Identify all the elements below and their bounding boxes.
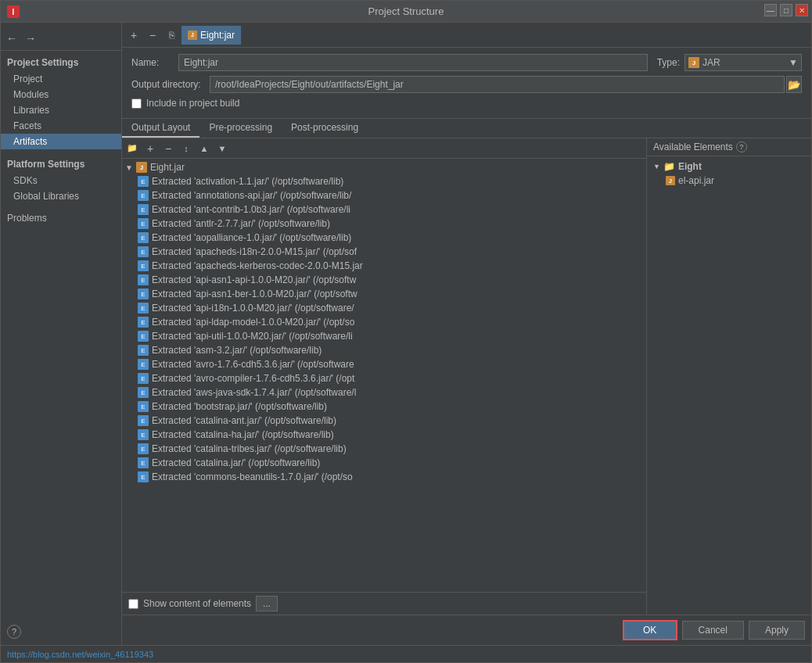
extracted-icon: E xyxy=(138,345,149,356)
tree-item[interactable]: E Extracted 'commons-beanutils-1.7.0.jar… xyxy=(122,470,646,484)
tree-item[interactable]: E Extracted 'activation-1.1.jar/' (/opt/… xyxy=(122,174,646,188)
tree-item[interactable]: E Extracted 'ant-contrib-1.0b3.jar/' (/o… xyxy=(122,202,646,217)
sidebar-nav-top: ← → xyxy=(1,26,121,51)
tree-item[interactable]: E Extracted 'antlr-2.7.7.jar/' (/opt/sof… xyxy=(122,217,646,231)
root-item-label: Eight.jar xyxy=(150,162,185,173)
remove-artifact-button[interactable]: − xyxy=(144,27,161,43)
tree-item-label: Extracted 'avro-compiler-1.7.6-cdh5.3.6.… xyxy=(152,373,354,384)
selected-artifact[interactable]: J Eight:jar xyxy=(181,26,241,45)
content-area: + − ⎘ J Eight:jar Name: Type: J JAR ▼ xyxy=(122,23,811,645)
sidebar-item-facets[interactable]: Facets xyxy=(1,118,121,134)
jar-icon-small: J xyxy=(188,30,197,40)
type-select[interactable]: J JAR ▼ xyxy=(684,54,802,71)
project-structure-window: I Project Structure ― □ ✕ ← → Project Se… xyxy=(0,0,812,663)
split-content: 📁 + − ↕ ▲ ▼ ▼ J Eight.jar xyxy=(122,138,811,615)
selected-artifact-label: Eight:jar xyxy=(200,30,235,41)
restore-button[interactable]: □ xyxy=(780,4,792,16)
extracted-icon: E xyxy=(138,274,149,285)
remove-element-button[interactable]: − xyxy=(160,141,177,156)
close-button[interactable]: ✕ xyxy=(796,4,808,16)
tree-item[interactable]: E Extracted 'api-ldap-model-1.0.0-M20.ja… xyxy=(122,315,646,329)
avail-item-el-api[interactable]: J el-api.jar xyxy=(647,174,811,188)
avail-group-collapse-icon: ▼ xyxy=(653,163,660,170)
include-checkbox[interactable] xyxy=(131,99,142,109)
cancel-button[interactable]: Cancel xyxy=(682,621,744,640)
sidebar-item-project[interactable]: Project xyxy=(1,71,121,87)
tree-item[interactable]: E Extracted 'catalina-ha.jar/' (/opt/sof… xyxy=(122,428,646,442)
status-url: https://blog.csdn.net/weixin_46119343 xyxy=(7,650,153,659)
name-input[interactable] xyxy=(178,54,648,71)
apply-button[interactable]: Apply xyxy=(749,621,805,640)
type-jar-icon: J xyxy=(688,57,699,68)
tab-pre-processing[interactable]: Pre-processing xyxy=(199,119,282,138)
tree-item-label: Extracted 'asm-3.2.jar/' (/opt/software/… xyxy=(152,345,322,356)
tree-item[interactable]: E Extracted 'catalina-ant.jar/' (/opt/so… xyxy=(122,414,646,428)
output-dir-browse-button[interactable]: 📂 xyxy=(786,76,802,93)
add-artifact-button[interactable]: + xyxy=(125,27,142,43)
output-dir-input[interactable] xyxy=(210,76,785,93)
sidebar-item-artifacts[interactable]: Artifacts xyxy=(1,134,121,149)
create-dir-button[interactable]: 📁 xyxy=(124,141,141,156)
minimize-button[interactable]: ― xyxy=(764,4,777,16)
show-content-button[interactable]: ... xyxy=(256,596,278,611)
name-row: Name: Type: J JAR ▼ xyxy=(131,54,802,71)
sort-button[interactable]: ↕ xyxy=(178,141,195,156)
platform-settings-label: Platform Settings xyxy=(1,152,121,173)
nav-back-button[interactable]: ← xyxy=(4,30,20,46)
sidebar-item-sdks[interactable]: SDKs xyxy=(1,173,121,188)
tree-item[interactable]: E Extracted 'asm-3.2.jar/' (/opt/softwar… xyxy=(122,343,646,357)
tree-item[interactable]: E Extracted 'api-i18n-1.0.0-M20.jar/' (/… xyxy=(122,301,646,315)
move-down-button[interactable]: ▼ xyxy=(214,141,231,156)
move-up-button[interactable]: ▲ xyxy=(196,141,213,156)
tree-item[interactable]: E Extracted 'catalina-tribes.jar/' (/opt… xyxy=(122,442,646,456)
nav-forward-button[interactable]: → xyxy=(23,30,38,46)
extracted-icon: E xyxy=(138,331,149,342)
tree-root-item[interactable]: ▼ J Eight.jar xyxy=(122,160,646,174)
tree-item[interactable]: E Extracted 'annotations-api.jar/' (/opt… xyxy=(122,188,646,202)
available-help-icon[interactable]: ? xyxy=(736,142,747,152)
extracted-icon: E xyxy=(138,457,149,468)
show-content-checkbox[interactable] xyxy=(128,599,138,609)
tab-output-layout[interactable]: Output Layout xyxy=(122,119,199,138)
left-pane: 📁 + − ↕ ▲ ▼ ▼ J Eight.jar xyxy=(122,138,647,615)
window-title: Project Structure xyxy=(368,5,444,17)
extracted-icon: E xyxy=(138,443,149,454)
window-controls: ― □ ✕ xyxy=(764,4,808,16)
help-button[interactable]: ? xyxy=(7,625,21,639)
sidebar-item-global-libraries[interactable]: Global Libraries xyxy=(1,188,121,204)
tree-item[interactable]: E Extracted 'apacheds-kerberos-codec-2.0… xyxy=(122,259,646,273)
tree-item[interactable]: E Extracted 'api-asn1-ber-1.0.0-M20.jar/… xyxy=(122,287,646,301)
avail-jar-icon: J xyxy=(666,176,675,185)
available-elements-tree: ▼ 📁 Eight J el-api.jar xyxy=(647,156,811,615)
available-elements-header: Available Elements ? xyxy=(647,138,811,156)
avail-group-eight[interactable]: ▼ 📁 Eight xyxy=(647,159,811,174)
tree-item[interactable]: E Extracted 'apacheds-i18n-2.0.0-M15.jar… xyxy=(122,245,646,259)
bottom-row: Show content of elements ... xyxy=(122,592,646,615)
right-pane: Available Elements ? ▼ 📁 Eight J el-api.… xyxy=(647,138,811,615)
tree-item-label: Extracted 'apacheds-i18n-2.0.0-M15.jar/'… xyxy=(152,246,357,257)
tree-item[interactable]: E Extracted 'aws-java-sdk-1.7.4.jar/' (/… xyxy=(122,385,646,400)
copy-artifact-button[interactable]: ⎘ xyxy=(163,27,180,43)
tree-item[interactable]: E Extracted 'bootstrap.jar/' (/opt/softw… xyxy=(122,400,646,414)
tree-item-label: Extracted 'catalina-ha.jar/' (/opt/softw… xyxy=(152,429,334,440)
tree-item[interactable]: E Extracted 'api-asn1-api-1.0.0-M20.jar/… xyxy=(122,273,646,287)
avail-folder-icon: 📁 xyxy=(663,161,675,172)
tree-item[interactable]: E Extracted 'avro-1.7.6-cdh5.3.6.jar/' (… xyxy=(122,357,646,371)
tab-post-processing[interactable]: Post-processing xyxy=(282,119,368,138)
add-element-button[interactable]: + xyxy=(142,141,159,156)
tree-item[interactable]: E Extracted 'catalina.jar/' (/opt/softwa… xyxy=(122,456,646,470)
root-jar-icon: J xyxy=(136,162,147,173)
ok-button[interactable]: OK xyxy=(623,620,677,640)
extracted-icon: E xyxy=(138,176,149,187)
tree-item[interactable]: E Extracted 'aopalliance-1.0.jar/' (/opt… xyxy=(122,231,646,245)
sidebar-item-problems[interactable]: Problems xyxy=(1,210,121,226)
sidebar-item-modules[interactable]: Modules xyxy=(1,87,121,102)
dialog-buttons: OK Cancel Apply xyxy=(122,615,811,645)
extracted-icon: E xyxy=(138,190,149,201)
tree-item[interactable]: E Extracted 'api-util-1.0.0-M20.jar/' (/… xyxy=(122,329,646,343)
tree-item-label: Extracted 'api-asn1-api-1.0.0-M20.jar/' … xyxy=(152,274,356,285)
tree-item[interactable]: E Extracted 'avro-compiler-1.7.6-cdh5.3.… xyxy=(122,371,646,385)
status-bar: https://blog.csdn.net/weixin_46119343 xyxy=(1,645,811,662)
avail-item-label: el-api.jar xyxy=(678,175,714,186)
sidebar-item-libraries[interactable]: Libraries xyxy=(1,102,121,118)
